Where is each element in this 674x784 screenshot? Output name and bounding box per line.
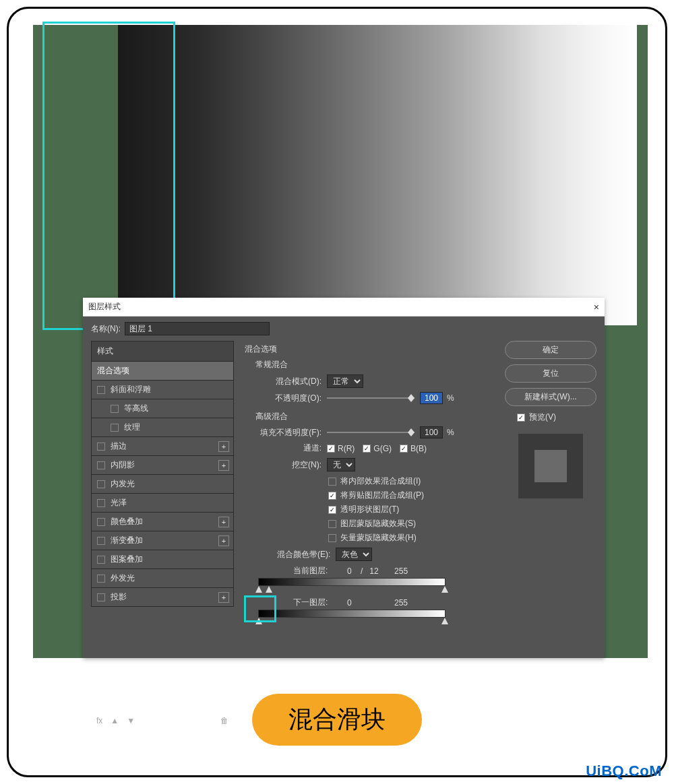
opacity-row: 不透明度(O): 100 %	[245, 392, 494, 404]
this-layer-label: 当前图层:	[293, 565, 336, 577]
checkbox-icon[interactable]	[97, 593, 105, 601]
this-layer-row: 当前图层: 0 / 12 255	[245, 565, 494, 577]
dialog-title-text: 图层样式	[88, 301, 121, 313]
checkbox-icon[interactable]	[111, 405, 119, 413]
checkbox-icon[interactable]	[97, 537, 105, 545]
plus-icon[interactable]: +	[218, 441, 229, 452]
this-layer-slider[interactable]	[258, 578, 446, 591]
checkbox-icon[interactable]	[111, 424, 119, 432]
arrow-down-icon[interactable]: ▼	[127, 716, 135, 725]
slider-thumb-white-icon[interactable]	[441, 586, 448, 593]
styles-panel: 样式 混合选项斜面和浮雕等高线纹理描边+内阴影+内发光光泽颜色叠加+渐变叠加+图…	[91, 341, 234, 731]
style-item-label: 纹理	[124, 422, 140, 433]
channel-r[interactable]: ✓R(R)	[327, 444, 355, 453]
style-item-label: 光泽	[111, 497, 127, 509]
new-style-button[interactable]: 新建样式(W)...	[505, 388, 596, 406]
outer-frame: 图层样式 × 名称(N): 样式 混合选项斜面和浮雕等高线纹理描边+内阴影+内发…	[7, 7, 667, 777]
opacity-value[interactable]: 100	[420, 392, 443, 404]
style-item-label: 等高线	[124, 403, 148, 414]
general-blending-title: 常规混合	[245, 359, 494, 370]
style-item-label: 投影	[111, 591, 127, 603]
option-label: 透明形状图层(T)	[340, 504, 399, 515]
checkbox-icon[interactable]	[97, 480, 105, 488]
style-item-label: 渐变叠加	[111, 535, 143, 546]
dialog-titlebar: 图层样式 ×	[83, 298, 605, 317]
style-item[interactable]: 斜面和浮雕	[91, 381, 234, 399]
opacity-slider[interactable]	[327, 393, 415, 403]
style-item[interactable]: 图案叠加	[91, 550, 234, 569]
plus-icon[interactable]: +	[218, 460, 229, 471]
styles-header: 样式	[91, 341, 234, 362]
style-item[interactable]: 内阴影+	[91, 456, 234, 475]
fx-icon[interactable]: fx	[96, 716, 102, 725]
plus-icon[interactable]: +	[218, 535, 229, 546]
blending-options-title: 混合选项	[245, 344, 494, 355]
cancel-button[interactable]: 复位	[505, 364, 596, 383]
style-item[interactable]: 内发光	[91, 475, 234, 494]
plus-icon[interactable]: +	[218, 517, 229, 527]
slider-thumb-black-icon[interactable]	[255, 586, 262, 593]
blend-mode-select[interactable]: 正常	[327, 374, 363, 388]
style-item[interactable]: 描边+	[91, 437, 234, 456]
blend-mode-row: 混合模式(D): 正常	[245, 374, 494, 388]
plus-icon[interactable]: +	[218, 592, 229, 603]
checkbox-icon[interactable]	[328, 534, 336, 542]
this-layer-values: 0 / 12 255	[347, 566, 408, 576]
close-icon[interactable]: ×	[594, 302, 599, 313]
fill-opacity-label: 填充不透明度(F):	[255, 427, 321, 438]
style-item[interactable]: 混合选项	[91, 362, 234, 381]
checkbox-icon[interactable]: ✓	[328, 506, 336, 514]
fill-opacity-slider[interactable]	[327, 428, 415, 437]
blend-if-select[interactable]: 灰色	[336, 548, 372, 561]
style-item[interactable]: 光泽	[91, 494, 234, 513]
advanced-option[interactable]: 将内部效果混合成组(I)	[328, 476, 494, 487]
advanced-option[interactable]: ✓将剪贴图层混合成组(P)	[328, 490, 494, 501]
advanced-option[interactable]: 图层蒙版隐藏效果(S)	[328, 518, 494, 529]
name-row: 名称(N):	[83, 317, 605, 341]
underlying-layer-slider[interactable]	[258, 610, 446, 623]
checkbox-icon[interactable]: ✓	[328, 492, 336, 500]
style-item[interactable]: 纹理	[91, 418, 234, 437]
percent-label-2: %	[447, 428, 454, 437]
highlight-rectangle-small	[244, 595, 276, 622]
style-item[interactable]: 颜色叠加+	[91, 513, 234, 531]
checkbox-icon[interactable]	[97, 556, 105, 564]
advanced-option[interactable]: 矢量蒙版隐藏效果(H)	[328, 532, 494, 544]
ok-button[interactable]: 确定	[505, 341, 596, 359]
style-item-label: 斜面和浮雕	[111, 384, 151, 395]
name-input[interactable]	[125, 322, 270, 335]
fill-opacity-value[interactable]: 100	[420, 426, 443, 438]
opacity-label: 不透明度(O):	[255, 393, 321, 404]
checkbox-icon[interactable]	[97, 518, 105, 526]
arrow-up-icon[interactable]: ▲	[111, 716, 119, 725]
checkbox-icon[interactable]	[97, 461, 105, 469]
preview-checkbox[interactable]: ✓预览(V)	[505, 412, 596, 423]
checkbox-icon[interactable]	[97, 443, 105, 451]
channel-g[interactable]: ✓G(G)	[363, 444, 392, 453]
knockout-row: 挖空(N): 无	[245, 458, 494, 471]
style-item-label: 内阴影	[111, 459, 135, 471]
checkbox-icon[interactable]	[97, 499, 105, 507]
trash-icon[interactable]: 🗑	[220, 716, 228, 725]
checkbox-icon[interactable]	[328, 520, 336, 528]
style-item[interactable]: 外发光	[91, 569, 234, 588]
checkbox-icon[interactable]	[328, 478, 336, 486]
channels-row: 通道: ✓R(R) ✓G(G) ✓B(B)	[245, 443, 494, 454]
knockout-label: 挖空(N):	[255, 459, 321, 471]
layer-style-dialog: 图层样式 × 名称(N): 样式 混合选项斜面和浮雕等高线纹理描边+内阴影+内发…	[83, 298, 605, 658]
slider-thumb-white-icon[interactable]	[441, 618, 448, 624]
knockout-select[interactable]: 无	[327, 458, 355, 471]
style-item-label: 颜色叠加	[111, 516, 143, 527]
percent-label: %	[447, 393, 454, 403]
style-item[interactable]: 渐变叠加+	[91, 531, 234, 550]
channel-b[interactable]: ✓B(B)	[400, 444, 427, 453]
slider-thumb-black2-icon[interactable]	[266, 586, 272, 593]
style-item[interactable]: 等高线	[91, 399, 234, 418]
name-label: 名称(N):	[91, 323, 121, 335]
advanced-blending-title: 高级混合	[245, 411, 494, 422]
checkbox-icon[interactable]	[97, 575, 105, 583]
checkbox-icon[interactable]	[97, 386, 105, 394]
highlight-rectangle-large	[42, 22, 175, 330]
advanced-option[interactable]: ✓透明形状图层(T)	[328, 504, 494, 515]
style-item[interactable]: 投影+	[91, 588, 234, 607]
